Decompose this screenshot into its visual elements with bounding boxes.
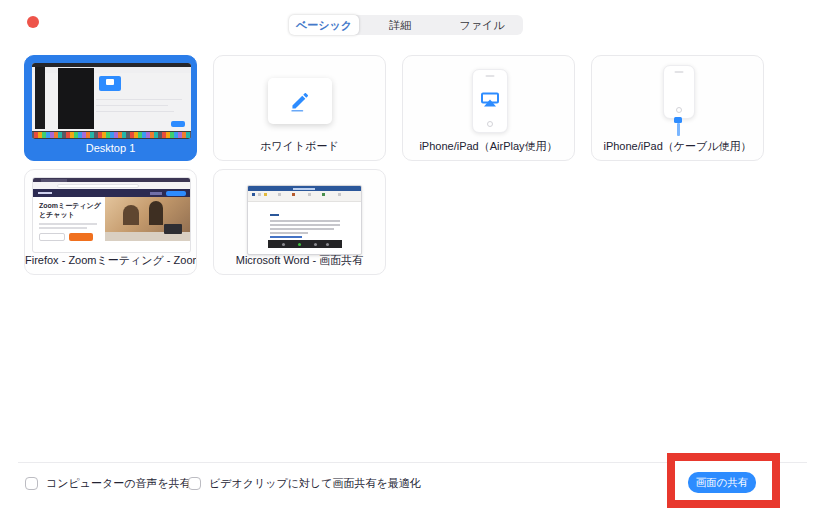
- tile-label: ホワイトボード: [214, 139, 385, 154]
- site-heading: Zoomミーティングとチャット: [39, 201, 101, 219]
- site-logos-row: [41, 244, 181, 248]
- url-bar: [57, 184, 139, 188]
- tab-advanced[interactable]: 詳細: [359, 15, 441, 35]
- airplay-icon: [481, 92, 499, 105]
- thumb-mini-button: [171, 121, 185, 127]
- tile-label: Microsoft Word - 画面共有: [214, 253, 385, 268]
- phone-speaker: [675, 71, 684, 73]
- tile-iphone-cable[interactable]: iPhone/iPad（ケーブル使用）: [591, 55, 764, 161]
- share-sound-option: コンピューターの音声を共有: [25, 476, 191, 491]
- doc-image-block: [268, 240, 342, 248]
- share-screen-button[interactable]: 画面の共有: [688, 472, 756, 493]
- tab-files[interactable]: ファイル: [441, 15, 523, 35]
- tab-basic[interactable]: ベーシック: [289, 15, 359, 35]
- share-sound-checkbox[interactable]: [25, 477, 38, 490]
- thumb-dark-panel: [35, 67, 45, 129]
- site-header: [33, 189, 190, 197]
- optimize-video-option: ビデオクリップに対して画面共有を最適化: [188, 476, 421, 491]
- pencil-icon: [287, 88, 313, 114]
- tile-label: iPhone/iPad（AirPlay使用）: [403, 139, 574, 154]
- share-dialog-window: ベーシック 詳細 ファイル Desktop 1 ホワイトボード: [0, 0, 825, 531]
- thumb-dark-panel-2: [58, 68, 94, 129]
- tile-label: Firefox - Zoomミーティング - Zoom...: [25, 253, 196, 268]
- thumb-mini-share-tile: [99, 76, 121, 91]
- firefox-thumbnail: Zoomミーティングとチャット: [32, 177, 191, 253]
- share-sound-label: コンピューターの音声を共有: [46, 476, 191, 491]
- tile-whiteboard[interactable]: ホワイトボード: [213, 55, 386, 161]
- optimize-video-label: ビデオクリップに対して画面共有を最適化: [209, 476, 421, 491]
- phone-graphic: [663, 65, 695, 119]
- whiteboard-card: [268, 78, 332, 124]
- doc-link-line: [270, 236, 302, 238]
- phone-speaker: [486, 75, 495, 77]
- tile-label: iPhone/iPad（ケーブル使用）: [592, 139, 763, 154]
- cable-stem-icon: [677, 123, 680, 136]
- close-button[interactable]: [27, 16, 39, 28]
- phone-home-button: [676, 107, 682, 113]
- thumb-window-toolbar: [32, 67, 191, 73]
- word-ribbon: [248, 191, 361, 202]
- desktop-1-thumbnail: [32, 63, 191, 139]
- tile-label: Desktop 1: [25, 142, 196, 154]
- doc-heading-line: [270, 214, 279, 216]
- tile-desktop-1[interactable]: Desktop 1: [24, 55, 197, 161]
- site-photo: [105, 197, 190, 241]
- tile-firefox-window[interactable]: Zoomミーティングとチャット Firefox - Zoomミーティング - Z…: [24, 169, 197, 275]
- tile-iphone-airplay[interactable]: iPhone/iPad（AirPlay使用）: [402, 55, 575, 161]
- optimize-video-checkbox[interactable]: [188, 477, 201, 490]
- site-ghost-button: [39, 233, 65, 241]
- site-cta-button: [69, 233, 93, 241]
- thumb-dock: [32, 131, 191, 139]
- word-thumbnail: [247, 185, 362, 255]
- phone-home-button: [487, 121, 493, 127]
- tile-word-window[interactable]: Microsoft Word - 画面共有: [213, 169, 386, 275]
- tab-bar: ベーシック 詳細 ファイル: [289, 15, 523, 35]
- phone-graphic: [472, 69, 508, 133]
